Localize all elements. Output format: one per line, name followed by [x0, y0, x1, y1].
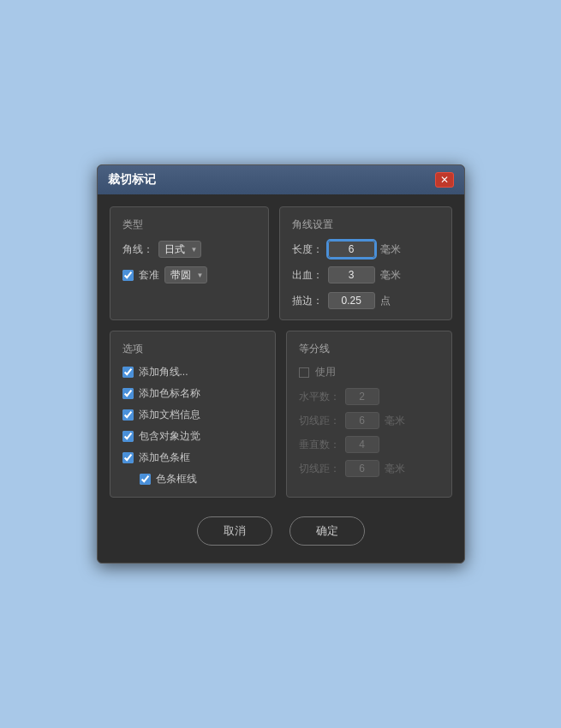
h-distance-input — [345, 412, 379, 429]
cancel-button[interactable]: 取消 — [197, 516, 272, 546]
divider-panel: 等分线 使用 水平数： 切线距： 毫米 — [286, 331, 452, 498]
length-input[interactable] — [328, 241, 375, 258]
v-distance-input — [345, 460, 379, 477]
type-panel: 类型 角线： 日式 英式 美式 套准 — [110, 206, 269, 320]
v-distance-unit: 毫米 — [385, 462, 405, 476]
option-checkbox-4[interactable] — [122, 452, 134, 463]
v-count-row: 垂直数： — [299, 436, 439, 453]
corner-label: 角线： — [122, 242, 153, 257]
registration-style-wrapper[interactable]: 带圆 无圆 — [164, 266, 207, 283]
h-distance-label: 切线距： — [299, 414, 340, 428]
h-count-input — [345, 388, 379, 405]
option-label-2: 添加文档信息 — [139, 408, 200, 422]
option-label-4: 添加色条框 — [139, 451, 190, 465]
crop-marks-dialog: 裁切标记 ✕ 类型 角线： 日式 英式 美式 — [97, 164, 465, 564]
registration-checkbox[interactable] — [122, 270, 134, 281]
use-checkbox-box — [299, 367, 309, 378]
option-label-1: 添加色标名称 — [139, 386, 200, 401]
option-checkbox-3[interactable] — [122, 431, 134, 442]
ok-button[interactable]: 确定 — [289, 516, 365, 546]
h-distance-unit: 毫米 — [385, 414, 405, 428]
use-checkbox-row: 使用 — [299, 365, 439, 379]
bleed-input[interactable] — [328, 266, 375, 283]
title-bar: 裁切标记 ✕ — [98, 165, 464, 194]
h-count-label: 水平数： — [299, 390, 340, 404]
top-row: 类型 角线： 日式 英式 美式 套准 — [110, 206, 452, 320]
option-item-5: 色条框线 — [122, 472, 263, 486]
close-button[interactable]: ✕ — [435, 172, 454, 188]
v-distance-row: 切线距： 毫米 — [299, 460, 439, 477]
divider-title: 等分线 — [299, 342, 330, 356]
dialog-title: 裁切标记 — [108, 172, 156, 188]
stroke-row: 描边： 点 — [292, 292, 439, 309]
length-row: 长度： 毫米 — [292, 241, 439, 258]
option-item-3: 包含对象边觉 — [122, 429, 263, 444]
divider-fields: 水平数： 切线距： 毫米 垂直数： 切线距： — [299, 388, 439, 477]
length-unit: 毫米 — [380, 242, 401, 257]
corner-select-wrapper[interactable]: 日式 英式 美式 — [158, 241, 201, 258]
option-item-2: 添加文档信息 — [122, 408, 263, 422]
corner-row: 角线： 日式 英式 美式 — [122, 241, 256, 258]
stroke-label: 描边： — [292, 294, 323, 308]
option-item-1: 添加色标名称 — [122, 386, 263, 401]
option-label-5: 色条框线 — [156, 472, 197, 486]
options-panel: 选项 添加角线... 添加色标名称 添加文档信息 — [110, 331, 276, 498]
bottom-row: 选项 添加角线... 添加色标名称 添加文档信息 — [110, 331, 452, 498]
type-panel-title: 类型 — [122, 218, 256, 232]
option-item-0: 添加角线... — [122, 365, 263, 379]
v-count-label: 垂直数： — [299, 438, 340, 452]
h-distance-row: 切线距： 毫米 — [299, 412, 439, 429]
corner-settings-panel: 角线设置 长度： 毫米 出血： 毫米 描边： 点 — [279, 206, 452, 320]
length-label: 长度： — [292, 242, 323, 257]
bleed-unit: 毫米 — [380, 268, 401, 283]
divider-header: 等分线 — [299, 342, 439, 356]
option-item-4: 添加色条框 — [122, 451, 263, 465]
option-checkbox-2[interactable] — [122, 409, 134, 421]
bleed-row: 出血： 毫米 — [292, 266, 439, 283]
corner-settings-title: 角线设置 — [292, 218, 439, 232]
use-label: 使用 — [315, 365, 336, 379]
option-checkbox-0[interactable] — [122, 367, 134, 378]
h-count-row: 水平数： — [299, 388, 439, 405]
registration-row: 套准 带圆 无圆 — [122, 266, 256, 283]
stroke-input[interactable] — [328, 292, 375, 309]
options-list: 添加角线... 添加色标名称 添加文档信息 包含对象边觉 — [122, 365, 263, 486]
options-panel-title: 选项 — [122, 342, 263, 356]
dialog-body: 类型 角线： 日式 英式 美式 套准 — [98, 194, 464, 563]
option-checkbox-5[interactable] — [140, 474, 151, 485]
button-row: 取消 确定 — [110, 508, 452, 551]
registration-style-select[interactable]: 带圆 无圆 — [164, 266, 207, 283]
option-label-3: 包含对象边觉 — [139, 429, 200, 444]
v-distance-label: 切线距： — [299, 462, 340, 476]
corner-select[interactable]: 日式 英式 美式 — [158, 241, 201, 258]
stroke-unit: 点 — [380, 294, 391, 308]
option-label-0: 添加角线... — [139, 365, 188, 379]
registration-label: 套准 — [139, 268, 159, 283]
option-checkbox-1[interactable] — [122, 388, 134, 399]
v-count-input — [345, 436, 379, 453]
bleed-label: 出血： — [292, 268, 323, 283]
